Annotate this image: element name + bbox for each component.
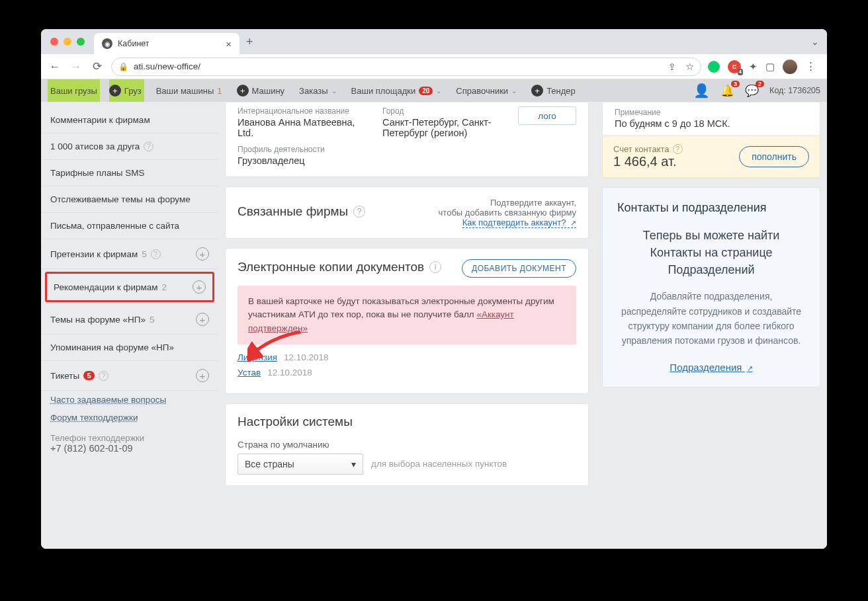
city-value: Санкт-Петербург, Санкт-Петербург (регион… bbox=[382, 117, 518, 138]
help-icon[interactable]: ? bbox=[673, 144, 683, 154]
license-link[interactable]: Лицензия bbox=[238, 352, 277, 362]
nav-add-truck[interactable]: +Машину bbox=[234, 79, 288, 102]
add-document-button[interactable]: ДОБАВИТЬ ДОКУМЕНТ bbox=[462, 259, 576, 278]
charter-link[interactable]: Устав bbox=[238, 368, 261, 378]
settings-card: Настройки системы Страна по умолчанию Вс… bbox=[225, 403, 589, 486]
favicon-icon: ◉ bbox=[102, 38, 112, 49]
external-link-icon: ↗ bbox=[747, 364, 753, 372]
window-controls bbox=[41, 38, 94, 46]
confirm-account-link[interactable]: Как подтвердить аккаунт? ↗ bbox=[462, 218, 576, 228]
chevron-down-icon: ▾ bbox=[351, 459, 356, 469]
activity-value: Грузовладелец bbox=[238, 155, 518, 166]
help-icon[interactable]: ? bbox=[99, 371, 108, 381]
lock-icon: 🔒 bbox=[118, 62, 128, 71]
plus-icon: + bbox=[109, 85, 121, 97]
sidebar-item-watched-topics[interactable]: Отслеживаемые темы на форуме bbox=[41, 186, 218, 213]
sidebar-item-comments[interactable]: Комментарии к фирмам bbox=[41, 107, 218, 134]
contacts-title: Контакты и подразделения bbox=[617, 201, 805, 215]
forward-button: → bbox=[69, 60, 83, 73]
documents-title: Электронные копии документовi bbox=[238, 260, 441, 274]
nav-add-tender[interactable]: +Тендер bbox=[529, 79, 578, 102]
sidebar: Комментарии к фирмам 1 000 атисов за дру… bbox=[41, 102, 218, 549]
profile-card: Интернациональное название Иванова Анна … bbox=[225, 102, 589, 177]
subdivisions-link[interactable]: Подразделения ↗ bbox=[670, 362, 752, 373]
contacts-promo-card: Контакты и подразделения Теперь вы может… bbox=[602, 187, 820, 387]
license-date: 12.10.2018 bbox=[284, 352, 329, 362]
country-hint: для выбора населенных пунктов bbox=[371, 459, 507, 469]
main-column: Интернациональное название Иванова Анна … bbox=[218, 102, 595, 549]
document-row: Лицензия12.10.2018 bbox=[238, 352, 576, 362]
info-icon[interactable]: i bbox=[429, 261, 441, 273]
nav-your-cargo[interactable]: Ваши грузы bbox=[48, 79, 100, 102]
sidebar-forum-link[interactable]: Форум техподдержки bbox=[41, 409, 218, 426]
sidebar-faq-link[interactable]: Часто задаваемые вопросы bbox=[41, 391, 218, 409]
share-icon[interactable]: ⇪ bbox=[668, 61, 676, 72]
sidebar-item-tickets[interactable]: Тикеты 5?+ bbox=[41, 361, 218, 391]
linked-firms-card: Связанные фирмы? Подтвердите аккаунт, чт… bbox=[225, 186, 589, 239]
reload-button[interactable]: ⟳ bbox=[90, 60, 105, 73]
grammarly-ext-icon[interactable] bbox=[708, 61, 720, 73]
browser-menu-button[interactable]: ⋮ bbox=[805, 60, 816, 73]
help-icon[interactable]: ? bbox=[144, 141, 153, 151]
help-icon[interactable]: ? bbox=[151, 249, 161, 259]
new-tab-button[interactable]: + bbox=[246, 35, 253, 49]
sidebar-item-referral[interactable]: 1 000 атисов за друга? bbox=[41, 134, 218, 160]
linked-firms-title: Связанные фирмы? bbox=[238, 204, 365, 219]
toolbar: ← → ⟳ 🔒 ati.su/new-office/ ⇪ ☆ C4 ✦ ▢ ⋮ bbox=[41, 54, 827, 79]
documents-warning: В вашей карточке не будут показываться э… bbox=[238, 286, 576, 344]
sidebar-item-sent-mail[interactable]: Письма, отправленные с сайта bbox=[41, 213, 218, 239]
help-icon[interactable]: ? bbox=[353, 206, 365, 218]
documents-list: Лицензия12.10.2018 Устав12.10.2018 bbox=[238, 352, 576, 378]
back-button[interactable]: ← bbox=[48, 60, 62, 73]
linked-firms-note: Подтвердите аккаунт, чтобы добавить связ… bbox=[439, 198, 576, 227]
chevron-down-icon: ⌄ bbox=[331, 87, 337, 95]
add-icon[interactable]: + bbox=[196, 247, 209, 260]
sidebar-item-claims[interactable]: Претензии к фирмам5?+ bbox=[41, 239, 218, 269]
bookmark-icon[interactable]: ☆ bbox=[685, 61, 694, 73]
city-label: Город bbox=[382, 106, 518, 116]
extensions-button[interactable]: ✦ bbox=[749, 61, 758, 73]
panel-icon[interactable]: ▢ bbox=[765, 61, 775, 73]
note-label: Примечание bbox=[615, 108, 808, 117]
browser-tab[interactable]: ◉ Кабинет × bbox=[94, 33, 239, 54]
plus-icon: + bbox=[531, 85, 543, 97]
nav-add-cargo[interactable]: +Груз bbox=[109, 79, 144, 102]
balance-amount: 1 466,4 ат. bbox=[613, 154, 683, 169]
close-tab-icon[interactable]: × bbox=[226, 38, 232, 50]
logo-button[interactable]: лого bbox=[518, 106, 576, 125]
note-card: Примечание По будням с 9 до 18 МСК. bbox=[602, 102, 820, 136]
address-bar[interactable]: 🔒 ati.su/new-office/ ⇪ ☆ bbox=[111, 58, 701, 76]
add-icon[interactable]: + bbox=[196, 369, 209, 382]
adblock-ext-icon[interactable]: C4 bbox=[728, 60, 741, 73]
tabs-chevron-icon[interactable]: ⌄ bbox=[811, 36, 819, 47]
sidebar-item-recommendations[interactable]: Рекомендации к фирмам 2+ bbox=[45, 272, 214, 302]
default-country-label: Страна по умолчанию bbox=[238, 440, 576, 450]
browser-window: ◉ Кабинет × + ⌄ ← → ⟳ 🔒 ati.su/new-offic… bbox=[41, 29, 827, 549]
nav-orders[interactable]: Заказы⌄ bbox=[296, 79, 339, 102]
profile-avatar[interactable] bbox=[783, 60, 797, 74]
close-window-icon[interactable] bbox=[50, 38, 58, 46]
user-icon[interactable]: 👤 bbox=[693, 83, 710, 99]
minimize-window-icon[interactable] bbox=[64, 38, 71, 46]
document-row: Устав12.10.2018 bbox=[238, 368, 576, 378]
default-country-select[interactable]: Все страны▾ bbox=[238, 454, 363, 475]
notifications-bell-2[interactable]: 💬2 bbox=[745, 84, 759, 98]
nav-platforms[interactable]: Ваши площадки 20⌄ bbox=[349, 79, 445, 102]
sidebar-item-np-topics[interactable]: Темы на форуме «НП» 5+ bbox=[41, 305, 218, 335]
add-icon[interactable]: + bbox=[193, 280, 206, 294]
account-code: Код: 1736205 bbox=[769, 86, 820, 95]
topup-button[interactable]: пополнить bbox=[739, 146, 809, 167]
nav-your-trucks[interactable]: Ваши машины 1 bbox=[153, 79, 225, 102]
sidebar-item-np-mentions[interactable]: Упоминания на форуме «НП» bbox=[41, 335, 218, 361]
intl-name-value: Иванова Анна Матвеевна, Ltd. bbox=[238, 117, 373, 138]
maximize-window-icon[interactable] bbox=[77, 38, 85, 46]
notifications-bell-1[interactable]: 🔔3 bbox=[720, 84, 734, 98]
url-text: ati.su/new-office/ bbox=[134, 61, 200, 71]
external-link-icon: ↗ bbox=[570, 219, 576, 227]
settings-title: Настройки системы bbox=[238, 415, 576, 429]
right-column: Примечание По будням с 9 до 18 МСК. Счет… bbox=[595, 102, 827, 549]
nav-references[interactable]: Справочники⌄ bbox=[453, 79, 519, 102]
add-icon[interactable]: + bbox=[196, 313, 209, 326]
sidebar-support-phone: Телефон техподдержки +7 (812) 602-01-09 bbox=[41, 426, 218, 460]
sidebar-item-sms-plans[interactable]: Тарифные планы SMS bbox=[41, 160, 218, 186]
